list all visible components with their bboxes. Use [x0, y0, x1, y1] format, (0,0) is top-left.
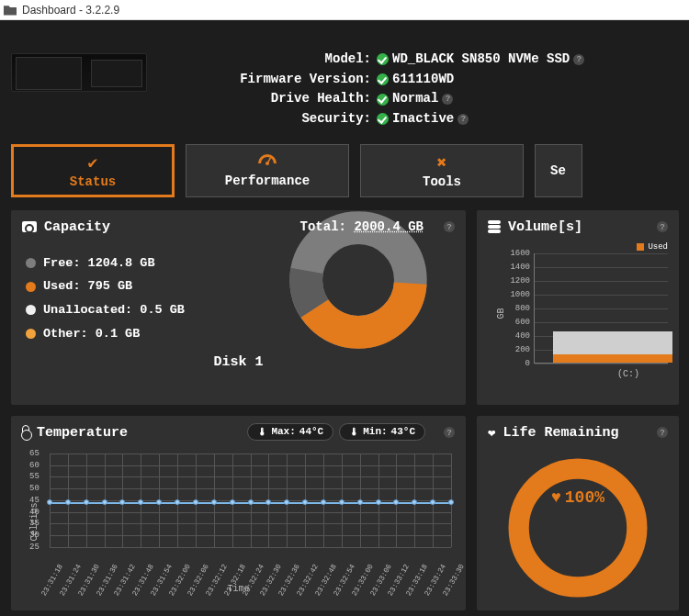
- life-ring-chart: [488, 450, 668, 606]
- firmware-value: 611110WD: [392, 70, 454, 90]
- window-titlebar: Dashboard - 3.2.2.9: [0, 0, 689, 20]
- tab-status[interactable]: ✔ Status: [11, 144, 175, 197]
- disk-label: Disk 1: [22, 354, 455, 370]
- panel-title-text: Temperature: [37, 425, 128, 441]
- tab-label: Performance: [225, 174, 310, 188]
- help-icon[interactable]: ?: [657, 221, 668, 232]
- help-icon[interactable]: ?: [444, 221, 455, 232]
- tab-tools[interactable]: ✖ Tools: [360, 144, 524, 197]
- y-axis-label: GB: [496, 308, 506, 319]
- legend-swatch: [26, 282, 36, 292]
- legend-swatch: [26, 305, 36, 315]
- legend-unalloc: Unallocated: 0.5 GB: [43, 298, 185, 322]
- legend-swatch: [26, 329, 36, 339]
- panel-life: ❤ Life Remaining ? ♥ 100%: [477, 416, 679, 610]
- tools-icon: ✖: [437, 152, 447, 173]
- help-icon[interactable]: ?: [573, 54, 584, 65]
- app-icon: [4, 5, 17, 16]
- thermometer-icon: 🌡: [257, 426, 267, 438]
- heart-icon: ♥: [551, 488, 561, 507]
- help-icon[interactable]: ?: [444, 427, 455, 438]
- security-label: Security:: [160, 109, 371, 129]
- svg-rect-1: [267, 158, 271, 163]
- thermometer-icon: [22, 425, 29, 440]
- heartbeat-icon: ❤: [488, 425, 495, 441]
- check-icon: [377, 73, 389, 85]
- panel-title-text: Life Remaining: [503, 425, 618, 441]
- firmware-label: Firmware Version:: [160, 70, 371, 90]
- disk-icon: [22, 221, 37, 232]
- capacity-legend: Free: 1204.8 GB Used: 795 GB Unallocated…: [26, 252, 185, 349]
- main-tabs: ✔ Status Performance ✖ Tools Se: [11, 144, 678, 197]
- legend-other: Other: 0.1 GB: [43, 322, 140, 346]
- tab-performance[interactable]: Performance: [186, 144, 349, 197]
- drive-info: Model: WD_BLACK SN850 NVMe SSD ? Firmwar…: [160, 29, 678, 129]
- max-value: 44°C: [299, 426, 323, 437]
- volumes-icon: [488, 220, 501, 233]
- model-value: WD_BLACK SN850 NVMe SSD: [392, 50, 570, 70]
- min-label: Min:: [363, 426, 387, 437]
- tab-label: Tools: [423, 174, 461, 189]
- help-icon[interactable]: ?: [657, 427, 668, 438]
- help-icon[interactable]: ?: [457, 114, 469, 125]
- max-label: Max:: [271, 426, 295, 437]
- gauge-icon: [257, 152, 277, 172]
- check-icon: [377, 53, 389, 65]
- model-label: Model:: [160, 50, 371, 70]
- panel-volumes: Volume[s] ? Used GB 16001400120010008006…: [477, 210, 679, 405]
- life-value: 100%: [565, 488, 604, 507]
- panel-title-text: Volume[s]: [508, 219, 582, 235]
- temp-max-badge: 🌡 Max: 44°C: [247, 423, 333, 441]
- total-value: 2000.4 GB: [354, 219, 424, 234]
- health-value: Normal: [392, 89, 438, 109]
- health-label: Drive Health:: [160, 89, 371, 109]
- legend-used-text: Used: [648, 242, 668, 252]
- tab-label: Status: [70, 174, 116, 189]
- thermometer-icon: 🌡: [349, 426, 359, 438]
- temperature-chart: 65605550454035302523:31:1823:31:2423:31:…: [50, 454, 451, 582]
- total-label: Total:: [300, 219, 346, 234]
- help-icon[interactable]: ?: [442, 94, 453, 105]
- check-icon: ✔: [88, 152, 98, 173]
- min-value: 43°C: [391, 426, 415, 437]
- tab-label: Se: [550, 163, 566, 178]
- security-value: Inactive: [392, 109, 454, 129]
- panel-capacity: Capacity Total: 2000.4 GB ? Free: 1204.8…: [11, 210, 466, 405]
- legend-used: Used: 795 GB: [43, 274, 132, 298]
- check-icon: [377, 94, 389, 106]
- drive-header: WD_BLACK Western Digital Model: WD_BLACK…: [11, 29, 678, 129]
- check-icon: [377, 113, 389, 125]
- volumes-chart: GB 16001400120010008006004002000 (C:): [506, 253, 668, 382]
- temp-min-badge: 🌡 Min: 43°C: [339, 423, 425, 441]
- svg-point-5: [519, 468, 638, 587]
- drive-image: WD_BLACK Western Digital: [11, 53, 147, 92]
- panel-title-text: Capacity: [44, 219, 110, 235]
- legend-swatch: [26, 258, 36, 268]
- legend-swatch: [637, 243, 644, 251]
- legend-free: Free: 1204.8 GB: [43, 252, 155, 275]
- panel-temperature: Temperature 🌡 Max: 44°C 🌡 Min: 43°C ? Ce…: [11, 416, 466, 610]
- tab-settings[interactable]: Se: [535, 144, 582, 197]
- app-body: WD_BLACK Western Digital Model: WD_BLACK…: [0, 20, 689, 616]
- window-title: Dashboard - 3.2.2.9: [22, 4, 119, 17]
